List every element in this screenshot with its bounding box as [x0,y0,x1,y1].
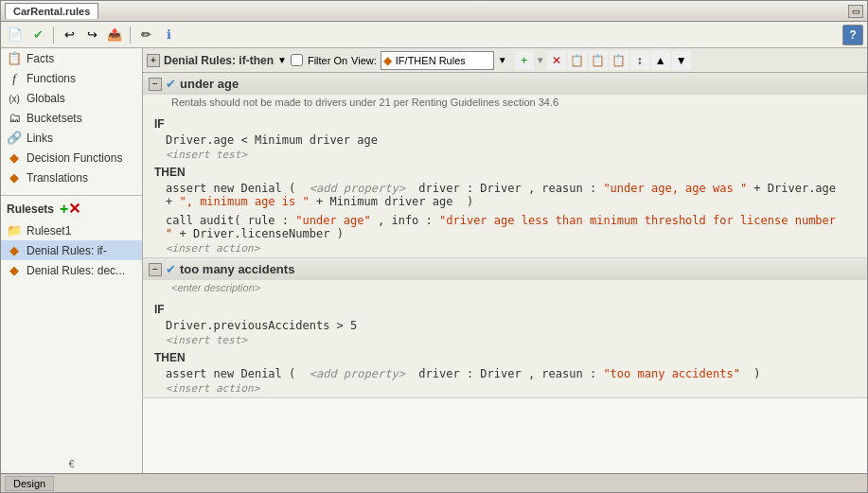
sidebar-item-links[interactable]: 🔗 Links [1,128,142,148]
add-property-placeholder-1[interactable]: <add property> [310,182,405,195]
sidebar-item-translations[interactable]: ◆ Translations [1,167,142,187]
rule-check-icon-under-age: ✔ [166,77,176,91]
facts-icon: 📋 [7,51,22,65]
add-ruleset-button[interactable]: + [60,201,68,218]
rule-block-too-many-accidents: − ✔ too many accidents <enter descriptio… [143,258,867,398]
action-under-age-1: assert new Denial ( <add property> drive… [143,181,867,209]
rule-desc-too-many-accidents: <enter description> [143,280,867,297]
rulesets-header: Rulesets + ✕ [1,195,142,220]
sidebar-item-denial-if-label: Denial Rules: if- [27,244,107,257]
move-down-button[interactable]: ▼ [672,51,691,70]
copy-button-3[interactable]: 📋 [610,51,629,70]
sep1 [53,26,54,44]
action-under-age-2: call audit( rule : "under age" , info : … [143,213,867,241]
collapse-indicator[interactable]: € [68,458,74,469]
edit-button[interactable]: ✏ [135,25,156,45]
string-audit-info: "driver age less than minimum threshold … [166,214,836,240]
view-dropdown-arrow[interactable]: ▼ [498,55,507,65]
restore-button[interactable]: ▭ [848,5,863,18]
view-selector[interactable]: ◆ IF/THEN Rules [381,51,494,70]
rule-header-under-age: − ✔ under age [143,73,867,95]
sidebar: 📋 Facts f Functions (x) Globals 🗂 Bucket… [1,48,143,473]
translations-icon: ◆ [7,170,22,185]
delete-rule-button[interactable]: ✕ [547,51,566,70]
deploy-button[interactable]: 📤 [104,25,125,45]
links-icon: 🔗 [7,131,22,145]
title-dropdown-button[interactable]: ▼ [277,55,287,65]
bucketsets-icon: 🗂 [7,111,22,125]
rule-body-under-age: IF Driver.age < Minimum driver age <inse… [143,112,867,257]
add-rule-button[interactable]: + [515,51,534,70]
move-up-button[interactable]: ▲ [651,51,670,70]
sidebar-item-decision-functions-label: Decision Functions [27,151,122,165]
swap-button[interactable]: ↕ [630,51,649,70]
sidebar-item-ruleset1[interactable]: 📁 Ruleset1 [1,220,142,240]
sidebar-item-globals[interactable]: (x) Globals [1,89,142,108]
action-too-many-accidents-1: assert new Denial ( <add property> drive… [143,366,867,381]
sidebar-item-decision-functions[interactable]: ◆ Decision Functions [1,148,142,167]
insert-test-too-many-accidents[interactable]: <insert test> [143,333,867,347]
denial-if-icon: ◆ [7,243,22,257]
rule-name-too-many-accidents: too many accidents [180,262,294,276]
delete-ruleset-button[interactable]: ✕ [68,200,80,218]
insert-action-too-many-accidents[interactable]: <insert action> [143,381,867,396]
main-area: 📋 Facts f Functions (x) Globals 🗂 Bucket… [1,48,867,473]
filter-label-text: Filter On [308,55,347,66]
rule-body-too-many-accidents: IF Driver.previousAccidents > 5 <insert … [143,297,867,397]
then-label-too-many-accidents: THEN [143,347,867,366]
rule-block-under-age: − ✔ under age Rentals should not be made… [143,73,867,258]
expand-rules-button[interactable]: + [147,54,160,67]
toolbar-action-icons: + ▼ ✕ 📋 📋 📋 ↕ ▲ ▼ [515,51,691,70]
sidebar-item-denial-if[interactable]: ◆ Denial Rules: if- [1,240,142,260]
new-button[interactable]: 📄 [5,25,26,45]
sidebar-item-links-label: Links [27,132,53,145]
title-tab[interactable]: CarRental.rules [5,3,98,19]
window-controls: ▭ [848,4,863,18]
add-dropdown-arrow[interactable]: ▼ [536,55,545,65]
sidebar-item-facts[interactable]: 📋 Facts [1,48,142,68]
sidebar-item-bucketsets-label: Bucketsets [27,112,82,125]
sidebar-item-functions[interactable]: f Functions [1,68,142,89]
filter-checkbox[interactable] [291,54,303,66]
content-area: + Denial Rules: if-then ▼ Filter On View… [143,48,867,473]
sidebar-item-translations-label: Translations [27,171,88,185]
sidebar-item-denial-dec[interactable]: ◆ Denial Rules: dec... [1,260,142,280]
validate-button[interactable]: ✔ [27,25,48,45]
rule-collapse-button-under-age[interactable]: − [149,78,162,91]
info-button[interactable]: ℹ [158,25,179,45]
insert-test-under-age[interactable]: <insert test> [143,148,867,162]
undo-button[interactable]: ↩ [59,25,80,45]
ruleset1-icon: 📁 [7,223,22,238]
rule-check-icon-too-many-accidents: ✔ [166,262,176,276]
insert-action-under-age[interactable]: <insert action> [143,241,867,255]
redo-button[interactable]: ↪ [81,25,102,45]
content-title: Denial Rules: if-then [164,54,274,67]
copy-button-1[interactable]: 📋 [568,51,587,70]
decision-functions-icon: ◆ [7,150,22,165]
main-window: CarRental.rules ▭ 📄 ✔ ↩ ↪ 📤 ✏ ℹ ? 📋 Fact… [0,0,868,493]
view-diamond-icon: ◆ [383,54,392,67]
enter-desc-placeholder: <enter description> [171,282,260,293]
string-min-age-1: ", minimum age is " [179,195,309,208]
rules-area: − ✔ under age Rentals should not be made… [143,73,867,473]
help-button[interactable]: ? [842,25,863,45]
string-audit-rule: "under age" [295,214,370,227]
sidebar-item-globals-label: Globals [27,92,65,105]
view-value-text: IF/THEN Rules [396,55,466,66]
sidebar-item-bucketsets[interactable]: 🗂 Bucketsets [1,108,142,128]
if-label-under-age: IF [143,114,867,132]
sidebar-item-functions-label: Functions [27,72,76,85]
sidebar-item-facts-label: Facts [27,52,54,65]
then-label-under-age: THEN [143,162,867,181]
sidebar-bottom: € [1,280,142,473]
title-bar: CarRental.rules ▭ [1,1,867,22]
rule-collapse-button-too-many-accidents[interactable]: − [149,263,162,276]
globals-icon: (x) [7,94,22,104]
copy-button-2[interactable]: 📋 [589,51,608,70]
design-mode-button[interactable]: Design [5,476,54,491]
rule-desc-under-age: Rentals should not be made to drivers un… [143,95,867,112]
content-toolbar: + Denial Rules: if-then ▼ Filter On View… [143,48,867,73]
functions-icon: f [7,71,22,86]
add-property-placeholder-2[interactable]: <add property> [310,367,405,380]
sidebar-item-ruleset1-label: Ruleset1 [27,224,71,238]
